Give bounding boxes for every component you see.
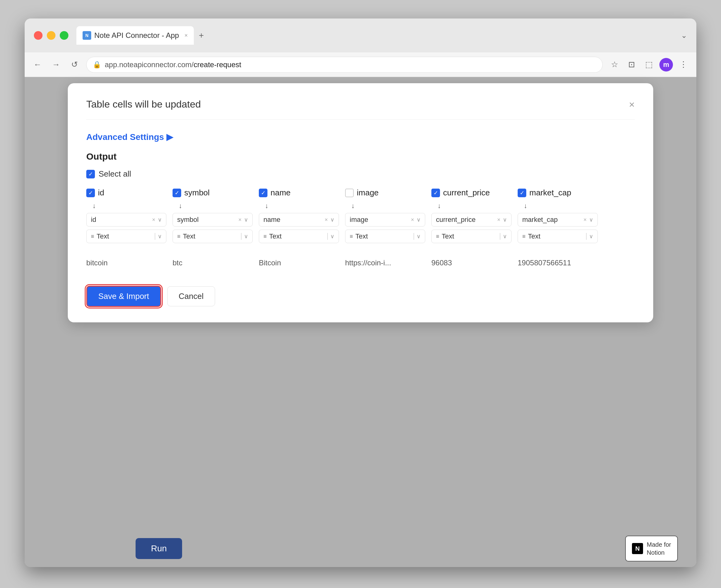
column-market-cap-field-select[interactable]: market_cap × ∨ xyxy=(518,213,598,227)
modal-header: Table cells will be updated × xyxy=(86,99,635,120)
profile-avatar[interactable]: m xyxy=(659,58,673,71)
column-image-type-value: Text xyxy=(356,232,411,240)
column-symbol-field-value: symbol xyxy=(177,216,236,224)
column-name-chevron-icon[interactable]: ∨ xyxy=(330,216,334,223)
modal-dialog: Table cells will be updated × Advanced S… xyxy=(68,83,653,322)
column-current-price-checkbox[interactable]: ✓ xyxy=(431,189,440,197)
back-button[interactable]: ← xyxy=(31,58,44,71)
column-name-header: ✓ name xyxy=(259,188,291,197)
column-name-type-chevron[interactable]: ∨ xyxy=(330,233,334,240)
column-market-cap-chevron-icon[interactable]: ∨ xyxy=(589,216,593,223)
column-image-chevron-icon[interactable]: ∨ xyxy=(417,216,421,223)
column-symbol-type-icon: ≡ xyxy=(177,233,181,240)
modal-overlay: Table cells will be updated × Advanced S… xyxy=(25,77,696,567)
url-path: create-request xyxy=(193,60,241,69)
column-id: ✓ id ↓ id × ∨ ≡ Text xyxy=(86,188,166,243)
column-market-cap-checkbox[interactable]: ✓ xyxy=(518,189,526,197)
close-traffic-light[interactable] xyxy=(34,31,43,40)
refresh-button[interactable]: ↺ xyxy=(68,58,81,71)
column-symbol-checkbox[interactable]: ✓ xyxy=(173,189,181,197)
extensions-icon[interactable]: ⊡ xyxy=(625,58,638,71)
column-image-type-divider xyxy=(413,233,414,240)
column-name-type-value: Text xyxy=(269,232,325,240)
column-image-field-select[interactable]: image × ∨ xyxy=(345,213,425,227)
column-id-type-value: Text xyxy=(97,232,152,240)
run-button[interactable]: Run xyxy=(135,538,182,559)
column-current-price-field-select[interactable]: current_price × ∨ xyxy=(431,213,511,227)
tab-close-icon[interactable]: × xyxy=(185,33,188,39)
column-current-price-type-select[interactable]: ≡ Text ∨ xyxy=(431,230,511,243)
column-id-field-value: id xyxy=(91,216,149,224)
column-image-header: image xyxy=(345,188,379,197)
column-name-type-select[interactable]: ≡ Text ∨ xyxy=(259,230,339,243)
minimize-traffic-light[interactable] xyxy=(47,31,56,40)
cancel-button[interactable]: Cancel xyxy=(167,286,215,306)
maximize-traffic-light[interactable] xyxy=(60,31,68,40)
modal-title: Table cells will be updated xyxy=(86,99,201,110)
column-market-cap-type-chevron[interactable]: ∨ xyxy=(589,233,593,240)
column-id-arrow: ↓ xyxy=(92,202,96,210)
column-image-checkbox[interactable] xyxy=(345,189,354,197)
column-market-cap-type-select[interactable]: ≡ Text ∨ xyxy=(518,230,598,243)
column-id-field-select[interactable]: id × ∨ xyxy=(86,213,166,227)
advanced-settings-label-text: Advanced Settings xyxy=(86,132,164,142)
column-image-label: image xyxy=(357,188,379,197)
column-symbol-clear-icon[interactable]: × xyxy=(238,217,241,223)
column-market-cap: ✓ market_cap ↓ market_cap × ∨ ≡ xyxy=(518,188,598,243)
column-name-clear-icon[interactable]: × xyxy=(324,217,328,223)
sample-image: https://coin-i... xyxy=(345,255,425,270)
column-current-price-arrow: ↓ xyxy=(438,202,441,210)
column-current-price-type-chevron[interactable]: ∨ xyxy=(503,233,507,240)
column-symbol-field-select[interactable]: symbol × ∨ xyxy=(173,213,253,227)
column-id-chevron-icon[interactable]: ∨ xyxy=(158,216,162,223)
column-symbol-chevron-icon[interactable]: ∨ xyxy=(244,216,248,223)
action-buttons: Save & Import Cancel xyxy=(86,286,635,307)
profile-extensions-icon[interactable]: ⬚ xyxy=(642,58,656,71)
column-symbol-type-chevron[interactable]: ∨ xyxy=(244,233,248,240)
new-tab-button[interactable]: + xyxy=(196,30,207,40)
select-all-label: Select all xyxy=(99,169,131,179)
column-image-type-select[interactable]: ≡ Text ∨ xyxy=(345,230,425,243)
column-id-type-chevron[interactable]: ∨ xyxy=(158,233,162,240)
column-market-cap-type-divider xyxy=(586,233,587,240)
column-id-type-select[interactable]: ≡ Text ∨ xyxy=(86,230,166,243)
address-text: app.noteapiconnector.com/create-request xyxy=(105,60,241,69)
bottom-bar: Run N Made for Notion xyxy=(25,530,696,567)
forward-button[interactable]: → xyxy=(49,58,63,71)
column-name: ✓ name ↓ name × ∨ ≡ Text xyxy=(259,188,339,243)
column-image-clear-icon[interactable]: × xyxy=(411,217,414,223)
advanced-settings-toggle[interactable]: Advanced Settings ▶ xyxy=(86,132,635,142)
column-symbol-header: ✓ symbol xyxy=(173,188,210,197)
column-id-clear-icon[interactable]: × xyxy=(152,217,155,223)
column-current-price-type-icon: ≡ xyxy=(436,233,439,240)
browser-navbar: ← → ↺ 🔒 app.noteapiconnector.com/create-… xyxy=(25,52,696,77)
columns-grid: ✓ id ↓ id × ∨ ≡ Text xyxy=(86,188,635,243)
column-current-price-label: current_price xyxy=(443,188,490,197)
column-current-price-chevron-icon[interactable]: ∨ xyxy=(503,216,507,223)
modal-close-button[interactable]: × xyxy=(629,100,635,109)
active-tab[interactable]: N Note API Connector - App × xyxy=(77,26,194,45)
column-name-type-icon: ≡ xyxy=(263,233,267,240)
save-import-button[interactable]: Save & Import xyxy=(86,286,161,307)
sample-name: Bitcoin xyxy=(259,255,339,270)
more-options-icon[interactable]: ⋮ xyxy=(677,58,690,71)
select-all-checkbox[interactable]: ✓ xyxy=(86,170,95,178)
column-id-name: id xyxy=(98,188,104,197)
column-market-cap-clear-icon[interactable]: × xyxy=(583,217,587,223)
column-name-checkbox[interactable]: ✓ xyxy=(259,189,268,197)
column-name-field-select[interactable]: name × ∨ xyxy=(259,213,339,227)
tab-title: Note API Connector - App xyxy=(94,31,179,40)
bookmark-icon[interactable]: ☆ xyxy=(608,58,621,71)
tab-expand-icon[interactable]: ⌄ xyxy=(681,31,687,40)
column-image-type-chevron[interactable]: ∨ xyxy=(417,233,421,240)
browser-window: N Note API Connector - App × + ⌄ ← → ↺ 🔒… xyxy=(25,19,696,567)
column-market-cap-field-value: market_cap xyxy=(522,216,581,224)
column-id-checkbox[interactable]: ✓ xyxy=(86,189,95,197)
address-bar[interactable]: 🔒 app.noteapiconnector.com/create-reques… xyxy=(86,57,603,73)
column-image: image ↓ image × ∨ ≡ Text xyxy=(345,188,425,243)
made-for-notion-badge: N Made for Notion xyxy=(625,536,678,562)
column-symbol-type-select[interactable]: ≡ Text ∨ xyxy=(173,230,253,243)
column-image-field-value: image xyxy=(350,216,408,224)
column-symbol-name: symbol xyxy=(184,188,210,197)
column-current-price-clear-icon[interactable]: × xyxy=(497,217,501,223)
